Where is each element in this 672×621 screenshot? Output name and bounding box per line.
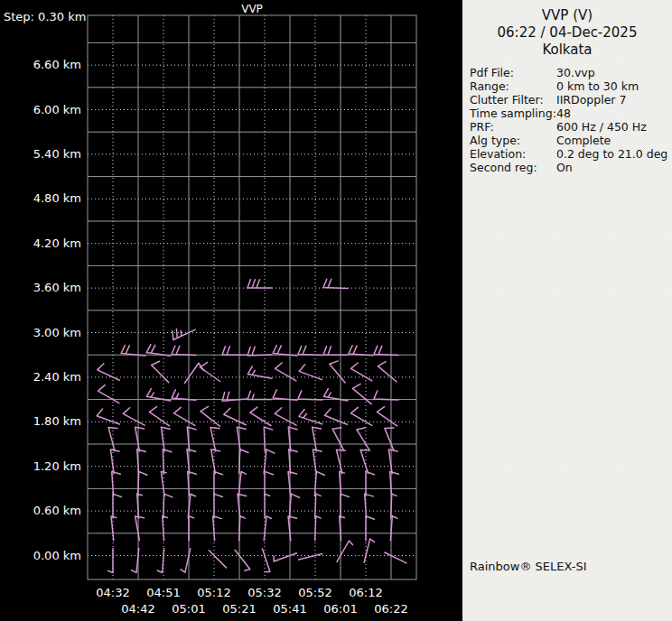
wind-barb bbox=[250, 407, 271, 425]
wind-barb bbox=[323, 279, 348, 288]
param-label: Alg type: bbox=[470, 134, 556, 147]
param-label: Time sampling: bbox=[470, 107, 556, 120]
param-value: 600 Hz / 450 Hz bbox=[556, 120, 668, 134]
wind-barb bbox=[149, 407, 169, 426]
wind-barb bbox=[163, 516, 168, 541]
y-axis-label: 5.40 km bbox=[0, 147, 81, 162]
wind-barb bbox=[123, 408, 145, 425]
y-axis-label: 6.60 km bbox=[0, 58, 81, 72]
panel-datetime: 06:22 / 04-Dec-2025 bbox=[462, 24, 672, 42]
wind-barb bbox=[163, 494, 173, 518]
x-axis-label: 06:22 bbox=[370, 603, 412, 616]
wind-barb bbox=[374, 391, 398, 400]
wind-barb bbox=[275, 363, 296, 381]
wind-barb bbox=[224, 408, 246, 425]
panel-header: VVP (V) 06:22 / 04-Dec-2025 Kolkata bbox=[462, 0, 672, 59]
wind-barb bbox=[366, 471, 374, 496]
param-row: Clutter Filter:IIRDoppler 7 bbox=[470, 93, 668, 107]
wind-profile-plot: VVP Step: 0.30 km 6.60 km6.00 km5.40 km4… bbox=[0, 0, 462, 621]
wind-barb bbox=[360, 450, 369, 474]
wind-barb bbox=[173, 329, 195, 340]
wind-barb bbox=[332, 428, 344, 450]
x-axis-label: 04:32 bbox=[92, 587, 134, 599]
wind-barb bbox=[214, 494, 222, 518]
param-value: On bbox=[556, 161, 668, 174]
branding: Rainbow® SELEX-SI bbox=[470, 560, 587, 573]
wind-barb bbox=[247, 366, 272, 378]
parameter-list: Pdf File:30.vvpRange:0 km to 30 kmClutte… bbox=[462, 66, 672, 174]
wind-barb bbox=[388, 450, 397, 474]
wind-barb bbox=[366, 516, 374, 541]
wind-barb bbox=[352, 384, 371, 403]
wind-barb bbox=[374, 346, 398, 355]
wind-barb bbox=[146, 389, 171, 401]
wind-barb bbox=[365, 494, 374, 518]
wind-barb bbox=[289, 494, 299, 518]
wind-barb bbox=[265, 494, 270, 518]
wind-barb bbox=[299, 554, 322, 561]
param-label: Elevation: bbox=[470, 147, 556, 161]
wind-barb bbox=[107, 549, 113, 573]
wind-barb bbox=[288, 472, 297, 496]
wind-barb bbox=[298, 346, 322, 355]
param-row: Second reg:On bbox=[470, 161, 668, 174]
param-row: PRF:600 Hz / 450 Hz bbox=[470, 120, 668, 134]
x-axis-label: 05:32 bbox=[244, 587, 285, 599]
wind-barb bbox=[323, 347, 348, 355]
step-label: Step: 0.30 km bbox=[4, 10, 86, 23]
y-axis-label: 4.20 km bbox=[0, 236, 81, 251]
wind-barb bbox=[110, 450, 119, 474]
wind-barb bbox=[247, 280, 272, 288]
info-panel: VVP (V) 06:22 / 04-Dec-2025 Kolkata Pdf … bbox=[462, 0, 672, 621]
wind-barb bbox=[189, 516, 194, 541]
wind-barb bbox=[98, 364, 120, 381]
wind-barb bbox=[264, 427, 273, 451]
param-row: Time sampling:48 bbox=[470, 107, 668, 120]
x-axis-label: 05:52 bbox=[294, 587, 336, 599]
wind-barb bbox=[385, 552, 406, 563]
wind-barb bbox=[98, 385, 119, 403]
wind-barb bbox=[315, 516, 322, 541]
wind-barb bbox=[97, 409, 119, 424]
wind-barb bbox=[247, 391, 272, 399]
wind-barb bbox=[113, 494, 121, 518]
y-axis-label: 4.80 km bbox=[0, 191, 81, 206]
x-axis-label: 04:51 bbox=[143, 587, 184, 599]
wind-barb bbox=[163, 450, 172, 474]
x-axis-label: 04:42 bbox=[117, 603, 159, 616]
wind-barb bbox=[161, 472, 166, 496]
wind-barb bbox=[299, 365, 322, 380]
wind-barb bbox=[378, 362, 397, 382]
wind-barb bbox=[135, 516, 145, 541]
wind-barb bbox=[273, 390, 297, 400]
x-axis-label: 06:12 bbox=[345, 587, 387, 599]
x-axis-label: 05:21 bbox=[219, 603, 260, 616]
wind-barb bbox=[239, 516, 246, 541]
param-value: IIRDoppler 7 bbox=[556, 93, 668, 107]
x-axis-label: 05:41 bbox=[269, 603, 311, 616]
x-axis-label: 05:12 bbox=[193, 587, 235, 599]
param-row: Pdf File:30.vvp bbox=[470, 66, 668, 79]
wind-barb bbox=[135, 427, 145, 451]
y-axis-label: 3.00 km bbox=[0, 326, 81, 340]
param-value: 48 bbox=[556, 107, 668, 120]
plot-title: VVP bbox=[225, 3, 279, 15]
wind-barb bbox=[313, 450, 322, 474]
wind-barb bbox=[265, 471, 273, 496]
wind-barb bbox=[273, 346, 297, 356]
y-axis-label: 0.60 km bbox=[0, 504, 81, 518]
wind-barb bbox=[172, 346, 196, 355]
wind-barb bbox=[264, 450, 275, 474]
wind-barb-canvas bbox=[0, 0, 462, 621]
y-axis-label: 1.20 km bbox=[0, 459, 81, 474]
wind-barb bbox=[237, 427, 246, 451]
wind-barb bbox=[157, 549, 163, 573]
wind-barb bbox=[152, 361, 169, 382]
wind-barb bbox=[121, 346, 145, 356]
wind-barb bbox=[146, 345, 171, 357]
x-axis-label: 05:01 bbox=[168, 603, 210, 616]
param-row: Elevation:0.2 deg to 21.0 deg bbox=[470, 147, 668, 161]
wind-barb bbox=[263, 549, 270, 572]
wind-barb bbox=[377, 407, 397, 426]
param-label: PRF: bbox=[470, 120, 556, 134]
